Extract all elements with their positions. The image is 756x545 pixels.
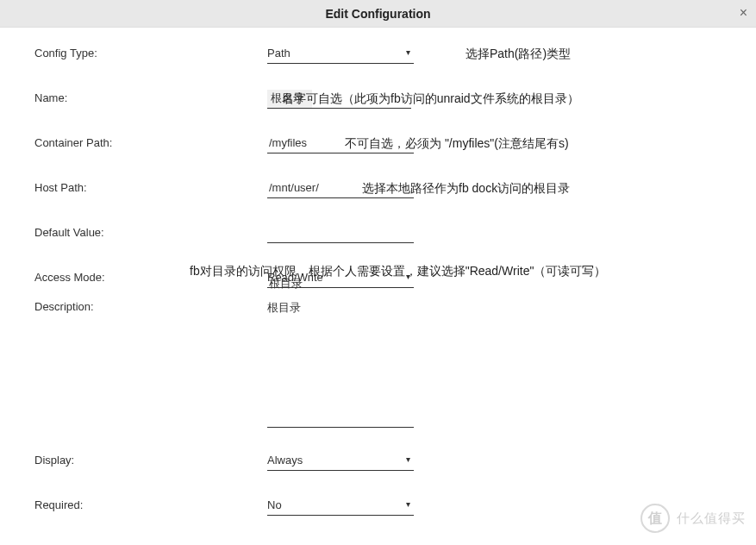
- watermark-icon: 值: [640, 504, 670, 533]
- required-select[interactable]: [267, 497, 414, 516]
- watermark: 值 什么值得买: [640, 504, 746, 533]
- label-config-type: Config Type:: [34, 45, 267, 60]
- row-host-path: Host Path: 选择本地路径作为fb dock访问的根目录: [34, 179, 722, 200]
- description-input[interactable]: [267, 298, 414, 428]
- label-name: Name:: [34, 90, 267, 104]
- config-type-select[interactable]: [267, 45, 414, 64]
- watermark-text: 什么值得买: [677, 511, 746, 527]
- row-password-mask: Password Mask: ▾: [34, 542, 722, 545]
- annotation-container-path: 不可自选，必须为 "/myfiles"(注意结尾有s): [345, 136, 569, 152]
- annotation-host-path: 选择本地路径作为fb dock访问的根目录: [362, 181, 570, 197]
- close-icon[interactable]: ×: [736, 5, 751, 21]
- row-display: Display: ▾: [34, 452, 722, 473]
- dialog-title: Edit Configuration: [325, 7, 430, 21]
- title-bar: Edit Configuration ×: [0, 0, 756, 28]
- default-value-input[interactable]: [267, 224, 414, 243]
- label-password-mask: Password Mask:: [34, 542, 267, 545]
- row-container-path: Container Path: 不可自选，必须为 "/myfiles"(注意结尾…: [34, 135, 722, 155]
- label-container-path: Container Path:: [34, 135, 267, 149]
- display-select[interactable]: [267, 452, 414, 471]
- form-area: Config Type: ▾ 选择Path(路径)类型 Name: 名字可自选（…: [0, 28, 756, 545]
- description-value-text: 根目录: [269, 276, 303, 291]
- label-host-path: Host Path:: [34, 179, 267, 194]
- row-description: Description:: [34, 298, 722, 428]
- label-display: Display:: [34, 452, 267, 467]
- annotation-config-type: 选择Path(路径)类型: [465, 47, 571, 62]
- label-default-value: Default Value:: [34, 224, 267, 239]
- annotation-name: 名字可自选（此项为fb访问的unraid文件系统的根目录）: [282, 91, 579, 107]
- label-required: Required:: [34, 497, 267, 511]
- annotation-access-mode: fb对目录的访问权限，根据个人需要设置，建议选择"Read/Write"（可读可…: [190, 264, 606, 279]
- row-config-type: Config Type: ▾ 选择Path(路径)类型: [34, 45, 722, 66]
- row-default-value: Default Value:: [34, 224, 722, 245]
- label-description: Description:: [34, 298, 267, 313]
- password-mask-select[interactable]: [267, 542, 414, 545]
- row-required: Required: ▾: [34, 497, 722, 517]
- row-name: Name: 名字可自选（此项为fb访问的unraid文件系统的根目录）: [34, 90, 722, 110]
